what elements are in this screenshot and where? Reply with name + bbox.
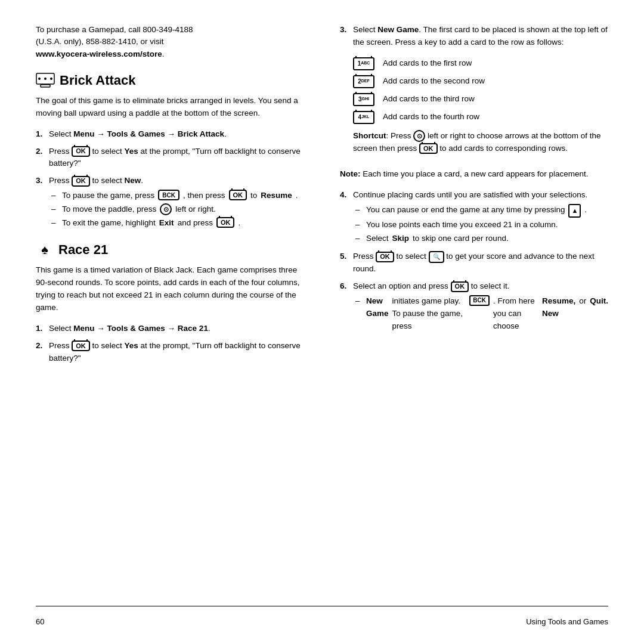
purchase-line1: To purchase a Gamepad, call 800-349-4188 [36,25,193,34]
pause-button: BCK [469,295,490,306]
note-text: Note: Each time you place a card, a new … [340,168,608,181]
step-3-sub: To pause the game, press BCK, then press… [49,190,304,230]
race21-step-1: 1. Select Menu → Tools & Games → Race 21… [36,323,304,335]
page: To purchase a Gamepad, call 800-349-4188… [0,0,644,644]
end-button: ▲ [568,204,581,218]
ok-button-step5: OK [376,252,394,262]
row4-label: Add cards to the fourth row [383,111,479,123]
brick-attack-steps: 1. Select Menu → Tools & Games → Brick A… [36,128,304,231]
key-1-icon: 1ABC [353,57,374,70]
race21-header: ♠ Race 21 [36,242,304,258]
key-3-icon: 3GHI [353,93,374,106]
nav-shortcut-btn: ⊙ [413,130,425,142]
sub-pause-end: You can pause or end the game at any tim… [353,204,608,218]
key-row-grid: 1ABC Add cards to the first row 2DEF Add… [353,57,608,124]
right-step-5: 5. Press OK to select 🔍 to get your scor… [340,250,608,275]
right-step-3: 3. Select New Game. The first card to be… [340,24,608,163]
row2-label: Add cards to the second row [383,75,485,88]
brick-attack-description: The goal of this game is to eliminate br… [36,95,304,120]
svg-point-2 [44,78,47,80]
sub-exit: To exit the game, highlight Exit and pre… [49,217,304,230]
sub-move: To move the paddle, press ⊙ left or righ… [49,203,304,216]
ok-button-step3: OK [72,176,90,187]
key-2-icon: 2DEF [353,75,374,88]
sub-lose: You lose points each time you exceed 21 … [353,219,608,231]
ok-shortcut-btn: OK [419,143,438,154]
step6-sub: New Game initiates game play. To pause t… [353,295,608,333]
left-column: To purchase a Gamepad, call 800-349-4188… [36,24,310,602]
svg-point-1 [38,78,41,80]
sub-pause: To pause the game, press BCK, then press… [49,190,304,202]
footer-section-label: Using Tools and Games [526,617,608,626]
content-area: To purchase a Gamepad, call 800-349-4188… [36,24,608,602]
right-step-4: 4. Continue placing cards until you are … [340,189,608,246]
footer-page-number: 60 [36,617,44,626]
ok-button-resume: OK [229,190,247,200]
score-button: 🔍 [429,251,444,263]
key-4-icon: 4JKL [353,111,374,124]
brick-attack-title: Brick Attack [60,73,136,88]
row1-label: Add cards to the first row [383,57,472,70]
step-3: 3. Press OK to select New. To pause the … [36,175,304,231]
key-row-1: 1ABC Add cards to the first row [353,57,608,70]
right-steps: 3. Select New Game. The first card to be… [340,24,608,163]
race21-title: Race 21 [58,242,108,258]
key-row-3: 3GHI Add cards to the third row [353,93,608,106]
footer-divider [36,606,608,606]
ok-button-exit: OK [216,217,235,228]
nav-button: ⊙ [160,203,172,215]
race21-description: This game is a timed variation of Black … [36,264,304,314]
key-row-2: 2DEF Add cards to the second row [353,75,608,88]
step4-sub: You can pause or end the game at any tim… [353,204,608,245]
step-2: 2. Press OK to select Yes at the prompt,… [36,145,304,171]
race21-icon: ♠ [36,242,54,258]
back-button: BCK [158,190,179,200]
right-column: 3. Select New Game. The first card to be… [334,24,608,602]
brick-attack-icon [36,72,55,89]
svg-rect-4 [41,85,50,87]
row3-label: Add cards to the third row [383,93,475,106]
purchase-line2: (U.S.A. only), 858-882-1410, or visit [36,37,164,46]
purchase-link: www.kyocera-wireless.com/store [36,49,162,58]
footer: 60 Using Tools and Games [36,611,608,626]
ok-button-step6: OK [451,281,469,292]
sub-skip: Select Skip to skip one card per round. [353,233,608,245]
ok-button-race21: OK [72,340,90,351]
shortcut-note: Shortcut: Press ⊙ left or right to choos… [353,130,608,155]
ok-button-step2: OK [72,146,90,157]
right-step-6: 6. Select an option and press OK to sele… [340,280,608,334]
step-1: 1. Select Menu → Tools & Games → Brick A… [36,128,304,141]
race21-steps: 1. Select Menu → Tools & Games → Race 21… [36,323,304,365]
sub-newgame: New Game initiates game play. To pause t… [353,295,608,333]
race21-step-2: 2. Press OK to select Yes at the prompt,… [36,340,304,365]
svg-point-3 [50,78,52,80]
key-row-4: 4JKL Add cards to the fourth row [353,111,608,124]
purchase-section: To purchase a Gamepad, call 800-349-4188… [36,24,304,60]
right-steps-continued: 4. Continue placing cards until you are … [340,189,608,334]
brick-attack-header: Brick Attack [36,72,304,89]
